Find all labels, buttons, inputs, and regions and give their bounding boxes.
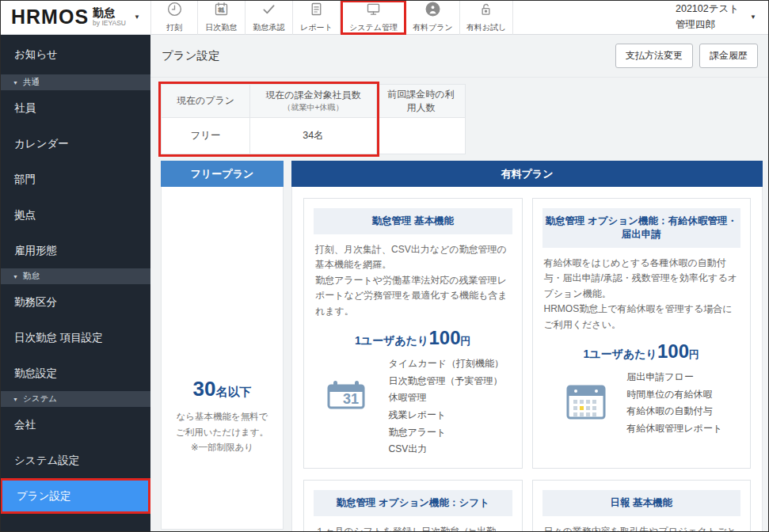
nav-item-system-admin[interactable]: システム管理 xyxy=(341,0,406,35)
card-title: 勤怠管理 オプション機能：シフト xyxy=(314,490,512,516)
free-plan-column: フリープラン 30名以下 なら基本機能を無料で ご利用いただけます。 ※一部制限… xyxy=(161,161,284,530)
sidebar-item-company[interactable]: 会社 xyxy=(0,407,150,443)
logo-byline: by IEYASU xyxy=(93,20,126,27)
cell-billable-employees: 34名 xyxy=(250,118,377,154)
billing-history-button[interactable]: 課金履歴 xyxy=(699,44,758,68)
card-description: １ヶ月のシフトを登録し日次勤怠（≒出勤簿）へ反映するオプション機能。 xyxy=(315,524,511,532)
feature-list: タイムカード（打刻機能） 日次勤怠管理（予実管理） 休暇管理 残業レポート 勤怠… xyxy=(389,355,504,458)
sidebar-item-attendance-settings[interactable]: 勤怠設定 xyxy=(0,355,150,391)
nav-label: 打刻 xyxy=(166,22,182,33)
free-plan-body: 30名以下 なら基本機能を無料で ご利用いただけます。 ※一部制限あり xyxy=(161,187,284,530)
cell-current-plan: フリー xyxy=(162,118,250,154)
nav-label: 勤怠承認 xyxy=(253,22,285,33)
nav-label: 日次勤怠 xyxy=(206,22,238,33)
plan-card-shift-option: 勤怠管理 オプション機能：シフト １ヶ月のシフトを登録し日次勤怠（≒出勤簿）へ反… xyxy=(303,480,523,532)
person-icon xyxy=(424,1,441,21)
card-title: 勤怠管理 オプション機能：有給休暇管理・届出申請 xyxy=(542,208,741,248)
card-description: 勤怠アラートや労働基準法対応の残業管理レポートなど労務管理を最適化する機能も含ま… xyxy=(315,273,511,319)
page-header: プラン設定 支払方法変更 課金履歴 xyxy=(150,35,769,78)
sidebar-section-label: システム xyxy=(23,393,57,405)
plan-card-attendance-basic: 勤怠管理 基本機能 打刻、月次集計、CSV出力などの勤怠管理の基本機能を網羅。 … xyxy=(303,198,523,469)
nav-label: 有料お試し xyxy=(466,22,506,33)
triangle-down-icon: ▼ xyxy=(13,80,18,86)
card-description: 日々の業務内容を取引先やプロジェクトごとに記録・共有できる日報機能。 xyxy=(544,524,740,532)
app-logo[interactable]: HRMOS 勤怠 by IEYASU ▼ xyxy=(0,0,150,34)
card-description: 有給休暇をはじめとする各種休暇の自動付与・届出申請/承認・残数管理を効率化するオ… xyxy=(544,256,740,302)
nav-item-daily-attendance[interactable]: 31 日次勤怠 xyxy=(198,0,246,35)
nav-item-timeclock[interactable]: 打刻 xyxy=(150,0,198,35)
report-icon xyxy=(308,1,325,21)
free-plan-header: フリープラン xyxy=(161,161,284,187)
calendar-icon: 31 xyxy=(213,1,230,21)
sidebar-item-location[interactable]: 拠点 xyxy=(0,197,150,233)
column-header-billable-employees: 現在の課金対象社員数 （就業中+休職） xyxy=(250,85,377,118)
column-header-sub: （就業中+休職） xyxy=(257,102,370,113)
column-header-current-plan: 現在のプラン xyxy=(162,85,250,118)
main-nav: 打刻 31 日次勤怠 勤怠承認 レポート システム管理 xyxy=(150,0,513,35)
logo-wordmark: HRMOS xyxy=(11,6,89,28)
feature-list: 届出申請フロー 時間単位の有給休暇 有給休暇の自動付与 有給休暇管理レポート xyxy=(626,369,722,437)
sidebar-section-label: 勤怠 xyxy=(23,271,40,282)
page-title: プラン設定 xyxy=(162,48,220,63)
clock-icon xyxy=(166,1,183,21)
main-content: プラン設定 支払方法変更 課金履歴 現在のプラン 現在の課金対象社員数 （就業中… xyxy=(150,35,769,532)
nav-label: 有料プラン xyxy=(413,22,453,33)
chevron-down-icon[interactable]: ▼ xyxy=(134,13,140,21)
chevron-down-icon: ▼ xyxy=(750,13,756,21)
triangle-down-icon: ▼ xyxy=(13,274,18,279)
sidebar-item-plan-settings[interactable]: プラン設定 xyxy=(0,478,150,514)
calendar-31-icon: 31 xyxy=(322,362,375,414)
free-plan-description: なら基本機能を無料で ご利用いただけます。 ※一部制限あり xyxy=(162,409,283,456)
card-description: 打刻、月次集計、CSV出力などの勤怠管理の基本機能を網羅。 xyxy=(315,242,511,273)
nav-label: レポート xyxy=(300,22,333,33)
card-price: 1ユーザあたり100円 xyxy=(314,327,512,349)
sidebar-item-system-settings[interactable]: システム設定 xyxy=(0,443,150,478)
sidebar-item-employment-type[interactable]: 雇用形態 xyxy=(0,233,150,268)
monitor-icon xyxy=(365,1,382,21)
cell-previous-billing-users xyxy=(377,118,466,154)
account-company: 202102テスト xyxy=(676,3,739,14)
account-user: 管理四郎 xyxy=(676,19,715,30)
triangle-down-icon: ▼ xyxy=(13,397,18,402)
nav-item-attendance-approval[interactable]: 勤怠承認 xyxy=(246,0,293,35)
sidebar-section-attendance[interactable]: ▼ 勤怠 xyxy=(0,268,150,284)
unlock-icon xyxy=(478,1,494,21)
nav-label: システム管理 xyxy=(349,22,398,33)
card-title: 日報 基本機能 xyxy=(542,490,741,516)
account-menu[interactable]: 202102テスト 管理四郎 ▼ xyxy=(676,0,769,34)
nav-item-report[interactable]: レポート xyxy=(293,0,341,35)
card-description: HRMOS勤怠上で有給休暇を管理する場合にご利用ください。 xyxy=(544,302,740,332)
change-payment-method-button[interactable]: 支払方法変更 xyxy=(615,44,693,68)
paid-plan-header: 有料プラン xyxy=(291,161,763,187)
plan-card-leave-option: 勤怠管理 オプション機能：有給休暇管理・届出申請 有給休暇をはじめとする各種休暇… xyxy=(532,198,752,469)
column-header-previous-billing-users: 前回課金時の利用人数 xyxy=(377,85,466,118)
sidebar-section-common[interactable]: ▼ 共通 xyxy=(0,74,150,90)
sidebar-item-department[interactable]: 部門 xyxy=(0,162,150,197)
paid-plan-body: 勤怠管理 基本機能 打刻、月次集計、CSV出力などの勤怠管理の基本機能を網羅。 … xyxy=(291,187,763,532)
plans-section: フリープラン 30名以下 なら基本機能を無料で ご利用いただけます。 ※一部制限… xyxy=(161,161,763,530)
table-row: フリー 34名 xyxy=(162,118,466,154)
plan-card-daily-report-basic: 日報 基本機能 日々の業務内容を取引先やプロジェクトごとに記録・共有できる日報機… xyxy=(532,480,752,532)
sidebar-item-work-category[interactable]: 勤務区分 xyxy=(0,284,150,320)
sidebar-section-system[interactable]: ▼ システム xyxy=(0,391,150,407)
card-title: 勤怠管理 基本機能 xyxy=(314,208,512,234)
calendar-grid-icon xyxy=(560,375,612,428)
free-plan-user-limit: 30 xyxy=(193,377,216,401)
top-header: HRMOS 勤怠 by IEYASU ▼ 打刻 31 日次勤怠 勤怠承認 xyxy=(0,0,769,35)
card-price: 1ユーザあたり100円 xyxy=(542,340,741,363)
sidebar-item-daily-attendance-fields[interactable]: 日次勤怠 項目設定 xyxy=(0,320,150,355)
sidebar-item-notice[interactable]: お知らせ xyxy=(0,35,150,74)
nav-item-paid-plan[interactable]: 有料プラン xyxy=(406,0,460,35)
sidebar: お知らせ ▼ 共通 社員 カレンダー 部門 拠点 雇用形態 ▼ 勤怠 勤務区分 … xyxy=(0,35,150,532)
sidebar-section-label: 共通 xyxy=(23,77,40,88)
check-icon xyxy=(261,1,277,21)
sidebar-item-employees[interactable]: 社員 xyxy=(0,90,150,126)
sidebar-item-calendar[interactable]: カレンダー xyxy=(0,126,150,162)
current-plan-table: 現在のプラン 現在の課金対象社員数 （就業中+休職） 前回課金時の利用人数 フリ… xyxy=(161,84,466,154)
svg-text:31: 31 xyxy=(219,7,225,13)
nav-item-paid-trial[interactable]: 有料お試し xyxy=(460,0,513,35)
logo-product-name: 勤怠 xyxy=(93,7,126,18)
svg-text:31: 31 xyxy=(343,391,359,407)
paid-plan-column: 有料プラン 勤怠管理 基本機能 打刻、月次集計、CSV出力などの勤怠管理の基本機… xyxy=(291,161,763,530)
